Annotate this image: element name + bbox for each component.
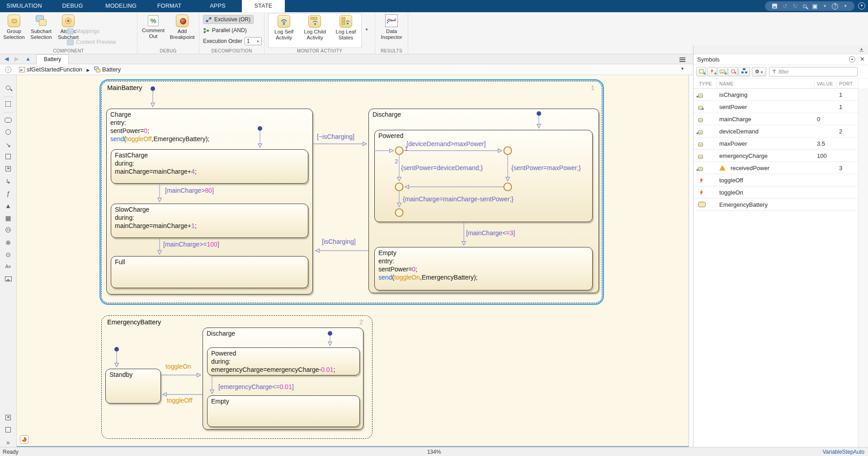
undo-icon[interactable]: ↺ (783, 1, 788, 11)
compare-dropdown-icon[interactable]: ▼ (823, 4, 826, 8)
tab-modeling[interactable]: MODELING (97, 0, 145, 12)
minimize-ribbon-icon[interactable]: ▼ (858, 2, 865, 10)
exit-junction-tool-icon[interactable]: ⊗ (4, 238, 13, 247)
transition-label[interactable]: [~isCharging] (317, 133, 354, 140)
table-row[interactable]: 101 emergencyCharge100 (693, 150, 868, 162)
breadcrumb-model[interactable]: sfGetStartedFunction (27, 66, 82, 73)
tab-simulation[interactable]: SIMULATION (0, 0, 48, 12)
panel-scroll-strip[interactable] (858, 88, 868, 447)
table-row[interactable]: toggleOn (693, 186, 868, 199)
link-tool-icon[interactable]: ↳ (4, 177, 13, 186)
content-preview-button[interactable]: Content Preview (67, 38, 121, 47)
default-transition-tool-icon[interactable]: ↘ (4, 140, 13, 149)
log-child-activity-button[interactable]: Log Child Activity (300, 14, 330, 48)
transition-label[interactable]: [isCharging] (322, 238, 356, 245)
transition-label[interactable]: toggleOff (167, 397, 193, 404)
table-row[interactable]: 101 maxPower3.5 (693, 138, 868, 150)
annotation-tool-icon[interactable]: A≡ (4, 262, 13, 271)
state-tool-icon[interactable] (4, 116, 13, 125)
mappings-button[interactable]: Mappings (67, 27, 121, 36)
transition-label[interactable]: [mainCharge<=3] (466, 229, 515, 237)
hierarchy-view-button[interactable] (738, 67, 750, 76)
zoom-icon[interactable] (4, 84, 13, 93)
save-icon[interactable] (772, 4, 777, 9)
stateflow-badge-icon[interactable] (20, 435, 28, 444)
transition-label[interactable]: [deviceDemand>maxPower] (406, 140, 486, 147)
add-data-button[interactable] (696, 67, 706, 76)
tab-list-icon[interactable] (679, 57, 685, 63)
entry-junction-tool-icon[interactable]: ⊙ (4, 250, 13, 259)
transition-label[interactable]: {sentPower=deviceDemand;} (401, 164, 483, 171)
function-tool-icon[interactable]: ƒ (4, 189, 13, 198)
table-row[interactable]: EmergencyBattery (693, 199, 868, 211)
transition-label[interactable]: [mainCharge>=100] (163, 241, 219, 248)
stateflow-canvas[interactable]: MainBattery 1 Charge entry: sentPower=0;… (17, 75, 689, 447)
redo-icon[interactable]: ↻ (793, 1, 798, 11)
tab-debug[interactable]: DEBUG (48, 0, 97, 12)
resolve-symbols-button[interactable] (728, 67, 738, 76)
transition-order-label[interactable]: 2 (395, 158, 398, 165)
tab-apps[interactable]: APPS (193, 0, 242, 12)
table-row[interactable]: 101▸ isCharging1 (693, 89, 868, 101)
state-full[interactable]: Full (111, 256, 308, 288)
add-message-button[interactable] (717, 67, 727, 76)
execution-order-select[interactable]: 1▼ (245, 37, 262, 45)
expand-toolbar-icon[interactable]: » (4, 438, 13, 447)
state-standby[interactable]: Standby (105, 369, 161, 404)
search-icon[interactable] (803, 5, 807, 8)
transition-label[interactable]: toggleOn (165, 363, 191, 370)
add-breakpoint-button[interactable]: Add Breakpoint (168, 14, 196, 40)
box-tool-icon[interactable] (4, 152, 13, 162)
fit-to-view-icon[interactable] (4, 100, 13, 109)
model-advisor-icon[interactable] (4, 426, 13, 435)
monitor-more-dropdown-icon[interactable]: ▼ (365, 28, 368, 32)
collapse-panel-icon[interactable]: ▲ (859, 47, 863, 52)
transition-order-label[interactable]: 1 (405, 145, 408, 152)
state-title[interactable]: EmergencyBattery (107, 318, 161, 326)
add-event-button[interactable] (707, 67, 717, 76)
table-row[interactable]: 101▸ deviceDemand2 (693, 125, 868, 138)
close-icon[interactable]: ✕ (860, 56, 865, 62)
forward-icon[interactable]: ▶ (14, 56, 19, 62)
state-title[interactable]: MainBattery (107, 84, 142, 91)
log-self-activity-button[interactable]: Log Self Activity (269, 14, 299, 48)
back-icon[interactable]: ◀ (5, 56, 9, 62)
breadcrumb-expand-icon[interactable]: ▼ (680, 66, 684, 71)
tab-state[interactable]: STATE (242, 0, 285, 12)
transition-label[interactable]: [emergencyCharge<=0.01] (218, 383, 294, 390)
help-icon[interactable]: ? (832, 3, 838, 10)
subchart-tool-icon[interactable] (4, 165, 13, 174)
data-inspector-button[interactable]: Data Inspector (377, 14, 406, 40)
group-selection-button[interactable]: Group Selection (0, 14, 28, 40)
history-junction-tool-icon[interactable]: H (4, 226, 13, 235)
tab-format[interactable]: FORMAT (145, 0, 193, 12)
state-fastcharge[interactable]: FastCharge during: mainCharge=mainCharge… (111, 149, 308, 184)
table-row[interactable]: toggleOff (693, 174, 868, 186)
document-tab-battery[interactable]: Battery (36, 54, 69, 64)
settings-button[interactable]: ⚙ ▼ (752, 67, 766, 76)
breadcrumb-chart[interactable]: Battery (102, 66, 121, 73)
transition-label[interactable]: {sentPower=maxPower;} (511, 164, 581, 171)
state-empty-main[interactable]: Empty entry: sentPower=0; send(toggleOn,… (374, 247, 593, 290)
solver-badge[interactable]: VariableStepAuto (822, 449, 864, 455)
table-row[interactable]: 101 mainCharge0 (693, 113, 868, 125)
comment-out-button[interactable]: % Comment Out (139, 14, 167, 39)
transition-label[interactable]: [mainCharge>80] (165, 187, 214, 194)
explorer-toggle-icon[interactable]: ‹ (5, 66, 11, 73)
truth-table-tool-icon[interactable]: ▦ (4, 214, 13, 223)
matlab-function-tool-icon[interactable]: ▲ (4, 201, 13, 210)
screenshot-icon[interactable] (4, 413, 13, 423)
junction-tool-icon[interactable] (4, 128, 13, 137)
parallel-and-button[interactable]: Parallel (AND) (203, 26, 247, 35)
table-row[interactable]: 101▸ receivedPower3 (693, 162, 868, 174)
zoom-level[interactable]: 134% (427, 449, 441, 455)
exclusive-or-button[interactable]: Exclusive (OR) (203, 15, 254, 24)
image-tool-icon[interactable] (4, 275, 13, 284)
up-icon[interactable]: ▲ (25, 56, 31, 62)
table-row[interactable]: 101▸ sentPower1 (693, 101, 868, 113)
state-powered-emergency[interactable]: Powered during: emergencyCharge=emergenc… (207, 347, 360, 375)
help-dropdown-icon[interactable]: ▼ (844, 4, 847, 8)
panel-menu-icon[interactable]: ▼ (849, 56, 855, 62)
subchart-selection-button[interactable]: Subchart Selection (27, 14, 55, 40)
filter-input[interactable] (778, 69, 846, 75)
